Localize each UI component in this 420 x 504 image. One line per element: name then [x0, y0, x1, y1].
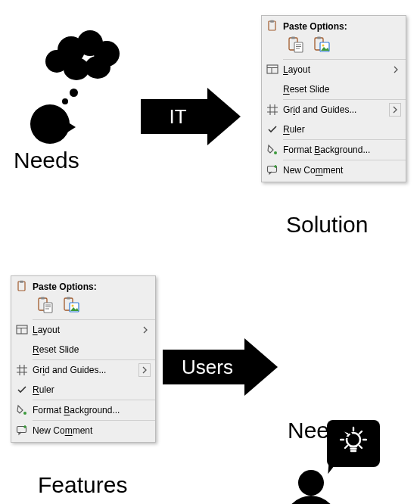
menu-item-format-background[interactable]: Format Background...	[11, 400, 155, 420]
comment-icon	[11, 425, 33, 437]
svg-rect-23	[17, 325, 27, 334]
svg-point-22	[72, 305, 74, 307]
context-menu-bottom[interactable]: Paste Options: Layout Reset Slide	[11, 275, 156, 443]
menu-item-reset-slide[interactable]: Reset Slide	[262, 79, 406, 99]
menu-item-ruler[interactable]: Ruler	[11, 380, 155, 400]
svg-point-8	[322, 45, 325, 47]
submenu-chevron-icon[interactable]	[389, 103, 401, 117]
menu-item-label: Grid and Guides...	[283, 104, 389, 115]
menu-item-ruler[interactable]: Ruler	[262, 120, 406, 139]
paste-options-row	[262, 33, 406, 59]
thought-cloud-icon	[41, 30, 124, 82]
svg-rect-14	[18, 282, 25, 291]
paste-clipboard-icon	[262, 20, 283, 32]
checkmark-icon	[11, 384, 33, 396]
format-background-icon	[262, 144, 283, 156]
solution-label: Solution	[286, 212, 368, 238]
grid-icon	[11, 364, 33, 376]
grid-icon	[262, 104, 283, 116]
layout-icon	[11, 324, 33, 336]
menu-item-label: Reset Slide	[33, 344, 151, 355]
menu-item-grid-guides[interactable]: Grid and Guides...	[262, 100, 406, 120]
menu-item-label: Grid and Guides...	[33, 365, 138, 375]
checkmark-icon	[262, 123, 283, 135]
layout-icon	[262, 64, 283, 76]
menu-item-label: Ruler	[33, 384, 151, 395]
thought-dot-icon	[70, 89, 78, 97]
menu-item-label: Reset Slide	[283, 84, 401, 95]
paste-options-label: Paste Options:	[283, 20, 406, 32]
submenu-chevron-icon[interactable]	[138, 363, 151, 377]
thinking-head-figure	[20, 30, 133, 144]
submenu-chevron-icon	[140, 326, 151, 334]
paste-options-header: Paste Options:	[11, 276, 155, 294]
svg-rect-6	[317, 37, 321, 39]
menu-item-label: New Comment	[33, 425, 151, 436]
paste-options-label: Paste Options:	[33, 280, 155, 292]
menu-item-new-comment[interactable]: New Comment	[11, 421, 155, 440]
svg-rect-1	[270, 20, 274, 23]
svg-rect-17	[41, 297, 45, 300]
arrow-it: IT	[141, 88, 241, 145]
arrow-users-label: Users	[182, 356, 233, 379]
svg-rect-18	[44, 303, 52, 313]
needs-label-top: Needs	[14, 148, 79, 173]
menu-item-label: Layout	[283, 64, 390, 75]
arrow-it-label: IT	[169, 105, 186, 129]
thought-dot-icon	[62, 98, 68, 104]
menu-item-grid-guides[interactable]: Grid and Guides...	[11, 360, 155, 380]
paste-picture-button[interactable]	[61, 295, 81, 315]
paste-picture-button[interactable]	[312, 35, 331, 54]
svg-rect-3	[291, 37, 295, 39]
paste-keep-text-button[interactable]	[286, 35, 306, 54]
context-menu-top[interactable]: Paste Options: Layout Reset Slide	[261, 15, 406, 182]
svg-point-26	[23, 412, 26, 415]
menu-item-label: Format Background...	[33, 405, 151, 415]
svg-rect-15	[20, 281, 23, 283]
speech-bubble-tail-icon	[328, 460, 345, 474]
needs-label-bottom: Needs	[288, 418, 353, 443]
menu-item-layout[interactable]: Layout	[11, 320, 155, 340]
menu-item-format-background[interactable]: Format Background...	[262, 140, 406, 160]
paste-clipboard-icon	[11, 280, 33, 292]
menu-item-label: New Comment	[283, 165, 401, 176]
menu-item-label: Ruler	[283, 124, 401, 135]
paste-options-header: Paste Options:	[262, 16, 406, 33]
arrow-users: Users	[163, 338, 278, 396]
paste-options-row	[11, 294, 155, 319]
svg-rect-4	[294, 42, 303, 52]
menu-item-reset-slide[interactable]: Reset Slide	[11, 340, 155, 359]
svg-rect-0	[269, 21, 275, 30]
submenu-chevron-icon	[390, 66, 401, 73]
menu-item-layout[interactable]: Layout	[262, 60, 406, 79]
comment-icon	[262, 164, 283, 176]
features-label: Features	[38, 472, 127, 498]
format-background-icon	[11, 404, 33, 416]
menu-item-new-comment[interactable]: New Comment	[262, 160, 406, 180]
paste-keep-text-button[interactable]	[36, 295, 55, 315]
menu-item-label: Format Background...	[283, 145, 401, 155]
svg-rect-20	[67, 297, 70, 300]
svg-point-12	[274, 151, 277, 154]
menu-item-label: Layout	[33, 325, 140, 335]
person-head-icon	[298, 470, 324, 496]
svg-rect-9	[267, 65, 278, 73]
nose-icon	[64, 120, 76, 135]
person-body-icon	[285, 496, 338, 504]
